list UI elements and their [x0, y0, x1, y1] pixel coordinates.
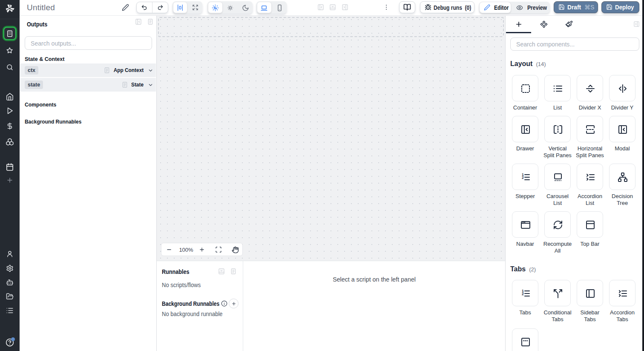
- svg-text:2: 2: [522, 176, 524, 180]
- svg-text:2: 2: [522, 292, 524, 296]
